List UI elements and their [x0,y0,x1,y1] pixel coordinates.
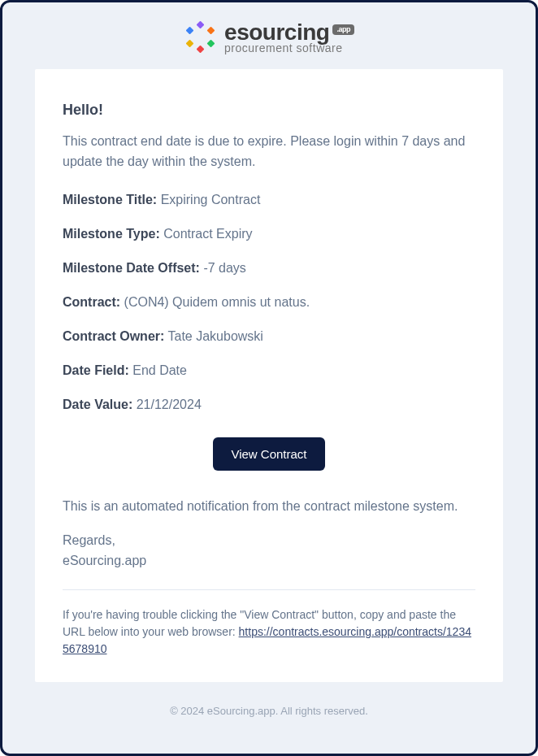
signoff: Regards, eSourcing.app [63,531,475,571]
automated-note: This is an automated notification from t… [63,497,475,517]
field-value: Expiring Contract [161,193,261,206]
field-label: Date Value: [63,398,132,411]
svg-rect-3 [197,46,205,54]
svg-rect-0 [197,21,205,29]
logo-brand: esourcing [224,21,329,44]
field-value: -7 days [203,261,245,275]
field-label: Contract Owner: [63,329,164,343]
svg-rect-2 [207,40,215,48]
logo-text: esourcing .app procurement software [224,21,354,54]
signoff-sender: eSourcing.app [63,551,475,571]
field-date-field: Date Field: End Date [63,361,475,380]
field-value: Contract Expiry [163,227,252,241]
field-contract-owner: Contract Owner: Tate Jakubowski [63,327,475,346]
email-frame: esourcing .app procurement software Hell… [0,0,538,756]
field-label: Milestone Title: [63,193,157,206]
logo: esourcing .app procurement software [184,20,354,54]
intro-text: This contract end date is due to expire.… [63,132,475,172]
field-label: Date Field: [63,363,129,377]
field-value: (CON4) Quidem omnis ut natus. [124,295,310,309]
email-card: Hello! This contract end date is due to … [35,69,503,682]
greeting: Hello! [63,102,475,119]
logo-tagline: procurement software [224,42,354,54]
field-date-value: Date Value: 21/12/2024 [63,395,475,415]
field-label: Milestone Date Offset: [63,261,200,275]
logo-badge: .app [332,24,354,35]
field-value: End Date [132,363,187,377]
logo-icon [184,20,218,54]
field-label: Milestone Type: [63,227,160,241]
field-milestone-offset: Milestone Date Offset: -7 days [63,259,475,278]
svg-rect-5 [186,27,194,35]
field-milestone-type: Milestone Type: Contract Expiry [63,224,475,244]
trouble-text: If you're having trouble clicking the "V… [63,606,475,658]
svg-rect-1 [207,27,215,35]
logo-area: esourcing .app procurement software [2,2,536,69]
field-contract: Contract: (CON4) Quidem omnis ut natus. [63,293,475,312]
button-row: View Contract [63,437,475,471]
field-label: Contract: [63,295,120,309]
copyright: © 2024 eSourcing.app. All rights reserve… [2,705,536,717]
field-value: Tate Jakubowski [168,329,263,343]
field-value: 21/12/2024 [137,398,202,411]
divider [63,589,475,590]
field-milestone-title: Milestone Title: Expiring Contract [63,190,475,210]
signoff-regards: Regards, [63,531,475,551]
svg-rect-4 [186,40,194,48]
view-contract-button[interactable]: View Contract [213,437,324,471]
